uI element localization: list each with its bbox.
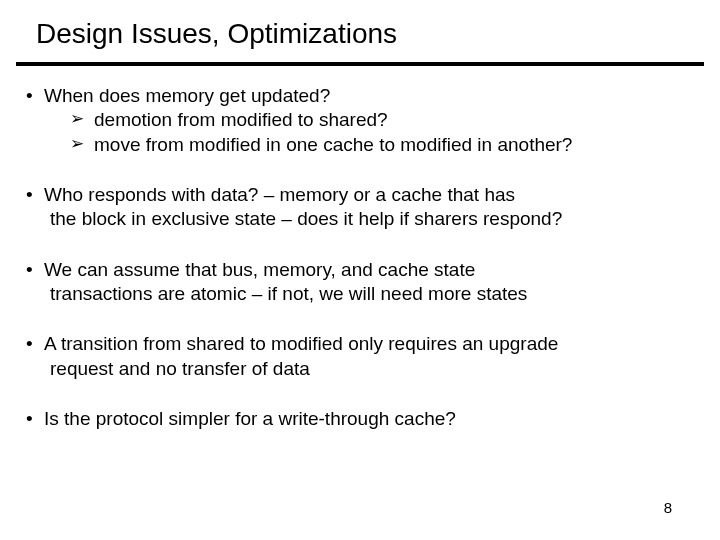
bullet-4: • A transition from shared to modified o… <box>26 332 708 381</box>
list-item-cont: the block in exclusive state – does it h… <box>26 207 708 231</box>
list-item: • We can assume that bus, memory, and ca… <box>26 258 708 282</box>
bullet-text: request and no transfer of data <box>50 357 708 381</box>
bullet-text: When does memory get updated? <box>44 84 708 108</box>
arrow-icon: ➢ <box>70 133 94 156</box>
bullet-2: • Who responds with data? – memory or a … <box>26 183 708 232</box>
arrow-icon: ➢ <box>70 108 94 131</box>
bullet-1: • When does memory get updated? ➢ demoti… <box>26 84 708 157</box>
sub-text: demotion from modified to shared? <box>94 108 708 132</box>
list-item: • Is the protocol simpler for a write-th… <box>26 407 708 431</box>
slide-body: • When does memory get updated? ➢ demoti… <box>0 66 720 431</box>
bullet-dot-icon: • <box>26 258 44 282</box>
bullet-text: A transition from shared to modified onl… <box>44 332 708 356</box>
bullet-text: the block in exclusive state – does it h… <box>50 207 708 231</box>
list-item: • Who responds with data? – memory or a … <box>26 183 708 207</box>
bullet-dot-icon: • <box>26 407 44 431</box>
list-item-cont: request and no transfer of data <box>26 357 708 381</box>
bullet-text: Is the protocol simpler for a write-thro… <box>44 407 708 431</box>
page-number: 8 <box>664 499 672 516</box>
bullet-dot-icon: • <box>26 332 44 356</box>
list-item: • A transition from shared to modified o… <box>26 332 708 356</box>
sub-item: ➢ move from modified in one cache to mod… <box>26 133 708 157</box>
bullet-dot-icon: • <box>26 183 44 207</box>
bullet-dot-icon: • <box>26 84 44 108</box>
bullet-text: We can assume that bus, memory, and cach… <box>44 258 708 282</box>
sub-item: ➢ demotion from modified to shared? <box>26 108 708 132</box>
bullet-text: transactions are atomic – if not, we wil… <box>50 282 708 306</box>
bullet-3: • We can assume that bus, memory, and ca… <box>26 258 708 307</box>
bullet-text: Who responds with data? – memory or a ca… <box>44 183 708 207</box>
sub-text: move from modified in one cache to modif… <box>94 133 708 157</box>
list-item: • When does memory get updated? <box>26 84 708 108</box>
slide-title: Design Issues, Optimizations <box>0 0 720 56</box>
list-item-cont: transactions are atomic – if not, we wil… <box>26 282 708 306</box>
bullet-5: • Is the protocol simpler for a write-th… <box>26 407 708 431</box>
